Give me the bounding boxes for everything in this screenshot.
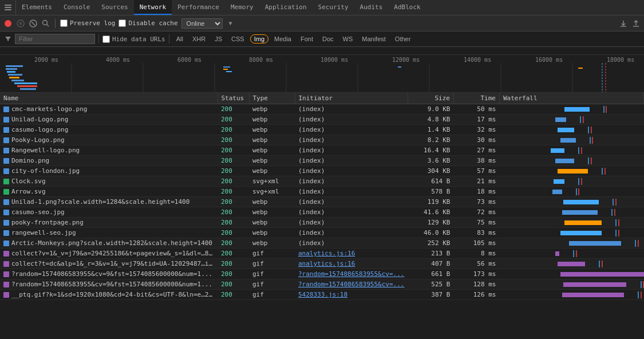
stop-button[interactable] [16,19,25,28]
timeline-labels [0,47,644,55]
table-row[interactable]: casumo-seo.jpg 200 webp (index) 41.6 KB … [0,207,644,218]
disable-cache-toggle[interactable]: Disable cache [118,19,177,27]
col-header-time[interactable]: Time [453,93,499,104]
cell-status: 200 [218,125,249,135]
table-row[interactable]: cmc-markets-logo.png 200 webp (index) 9.… [0,104,644,115]
cell-time: 32 ms [453,125,499,135]
table-row[interactable]: city-of-london.jpg 200 webp (index) 304 … [0,166,644,176]
svg-rect-41 [226,71,232,72]
preserve-log-toggle[interactable]: Preserve log [60,19,115,27]
network-throttle-select[interactable]: Online Fast 3G Slow 3G Offline [181,18,223,29]
col-header-size[interactable]: Size [408,93,453,104]
cell-size: 614 B [408,176,453,187]
filter-bar: Hide data URLs All XHR JS CSS Img Media … [0,31,644,47]
filter-all[interactable]: All [173,35,187,43]
filter-css[interactable]: CSS [228,35,248,43]
col-header-status[interactable]: Status [218,93,249,104]
search-button[interactable] [41,19,50,28]
cell-time: 128 ms [453,279,499,290]
table-row[interactable]: Unilad-1.png?scale.width=1284&scale.heig… [0,197,644,207]
table-row[interactable]: casumo-logo.png 200 webp (index) 1.4 KB … [0,125,644,135]
import-har-button[interactable] [619,19,628,28]
filter-ws[interactable]: WS [339,35,357,43]
col-header-initiator[interactable]: Initiator [295,93,408,104]
cell-status: 200 [218,290,249,300]
cell-type: webp [249,166,295,176]
cell-name: casumo-logo.png [0,125,218,135]
cell-waterfall [499,238,643,249]
cell-name: Clock.svg [0,176,218,187]
tab-elements[interactable]: Elements [16,0,58,15]
cell-type: webp [249,104,295,115]
table-row[interactable]: Domino.png 200 webp (index) 3.6 KB 38 ms [0,156,644,166]
tab-adblock[interactable]: AdBlock [388,0,426,15]
table-row[interactable]: __ptq.gif?k=1&sd=1920x1080&cd=24-bit&cs=… [0,290,644,300]
table-row[interactable]: collect?v=1&_v=j79&a=294255186&t=pagevie… [0,249,644,259]
svg-rect-38 [20,88,36,90]
table-row[interactable]: Unilad-Logo.png 200 webp (index) 4.8 KB … [0,115,644,125]
export-har-button[interactable] [631,19,641,28]
tab-network[interactable]: Network [134,0,172,15]
hide-data-urls-checkbox[interactable] [102,36,110,43]
cell-waterfall [499,135,643,145]
tab-sources[interactable]: Sources [96,0,133,15]
cell-status: 200 [218,238,249,249]
filter-manifest[interactable]: Manifest [358,35,389,43]
table-row[interactable]: Pooky-Logo.png 200 webp (index) 8.2 KB 3… [0,135,644,145]
filter-font[interactable]: Font [297,35,317,43]
filter-media[interactable]: Media [271,35,295,43]
cell-time: 50 ms [453,104,499,115]
clear-button[interactable] [29,19,38,28]
cell-type: gif [249,259,295,269]
col-header-waterfall[interactable]: Waterfall [499,93,643,104]
tab-application[interactable]: Application [259,0,313,15]
filter-doc[interactable]: Doc [319,35,337,43]
table-row[interactable]: ?random=1574086583955&cv=9&fst=157408560… [0,269,644,279]
cell-initiator: (index) [295,218,408,228]
cell-waterfall [499,145,643,156]
tab-console[interactable]: Console [58,0,96,15]
tab-memory[interactable]: Memory [225,0,259,15]
timeline-chart: 2000 ms 4000 ms 6000 ms 8000 ms 10000 ms… [0,55,644,93]
preserve-log-checkbox[interactable] [60,19,68,27]
col-header-type[interactable]: Type [249,93,295,104]
tab-audits[interactable]: Audits [354,0,389,15]
table-row[interactable]: ?random=1574086583955&cv=9&fst=157408560… [0,279,644,290]
table-row[interactable]: pooky-frontpage.png 200 webp (index) 129… [0,218,644,228]
svg-rect-30 [6,65,23,67]
cell-status: 200 [218,115,249,125]
cell-name: collect?t=dc&alp=1&_r=3&v=1&_v=j79&tid=U… [0,259,218,269]
cell-waterfall [499,207,643,218]
col-header-name[interactable]: Name [0,93,218,104]
table-row[interactable]: Clock.svg 200 svg+xml (index) 614 B 21 m… [0,176,644,187]
throttle-dropdown-icon[interactable]: ▼ [226,19,235,28]
filter-img[interactable]: Img [250,34,268,44]
table-row[interactable]: collect?t=dc&alp=1&_r=3&v=1&_v=j79&tid=U… [0,259,644,269]
timeline-area: 2000 ms 4000 ms 6000 ms 8000 ms 10000 ms… [0,47,644,93]
record-button[interactable] [3,19,13,28]
cell-size: 3.6 KB [408,156,453,166]
cell-time: 18 ms [453,187,499,197]
table-row[interactable]: Arctic-Monkeys.png?scale.width=1282&scal… [0,238,644,249]
table-row[interactable]: rangewell-seo.jpg 200 webp (index) 46.0 … [0,228,644,238]
cell-time: 56 ms [453,259,499,269]
tab-bar: Elements Console Sources Network Perform… [0,0,644,15]
filter-input[interactable] [15,34,95,44]
filter-icon[interactable] [3,34,13,44]
cell-waterfall [499,249,643,259]
filter-xhr[interactable]: XHR [189,35,209,43]
table-row[interactable]: Arrow.svg 200 svg+xml (index) 578 B 18 m… [0,187,644,197]
tab-performance[interactable]: Performance [172,0,225,15]
disable-cache-checkbox[interactable] [118,19,126,27]
hide-data-urls-toggle[interactable]: Hide data URLs [102,36,165,43]
cell-waterfall [499,115,643,125]
devtools-menu-icon[interactable] [0,0,16,15]
cell-size: 661 B [408,269,453,279]
filter-js[interactable]: JS [211,35,226,43]
cell-waterfall [499,228,643,238]
filter-other[interactable]: Other [392,35,414,43]
cell-time: 173 ms [453,269,499,279]
cell-waterfall [499,187,643,197]
tab-security[interactable]: Security [313,0,354,15]
table-row[interactable]: Rangewell-logo.png 200 webp (index) 16.4… [0,145,644,156]
